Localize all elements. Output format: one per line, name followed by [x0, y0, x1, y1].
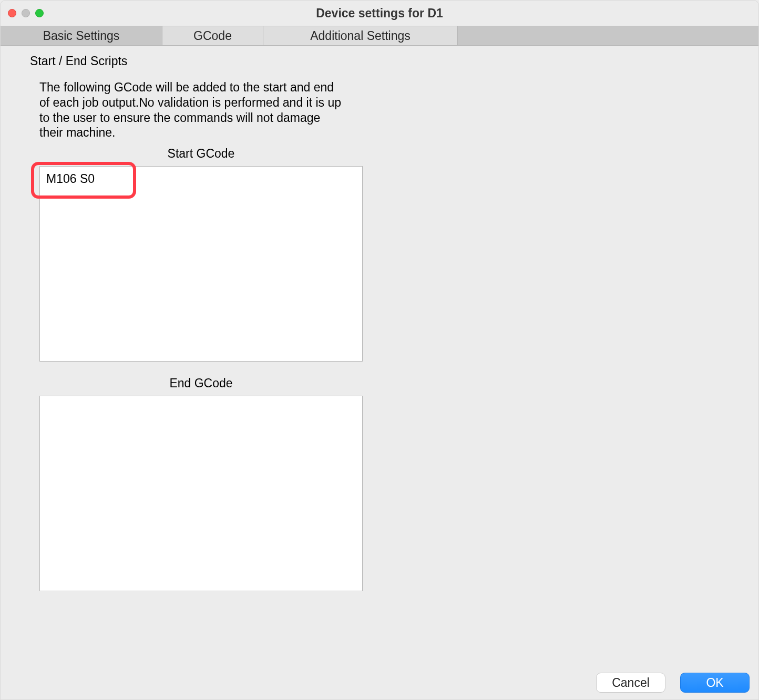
tab-basic-settings[interactable]: Basic Settings: [1, 26, 162, 45]
ok-button[interactable]: OK: [680, 673, 750, 693]
section-description: The following GCode will be added to the…: [39, 80, 344, 140]
window-title: Device settings for D1: [1, 6, 758, 20]
device-settings-window: Device settings for D1 Basic Settings GC…: [0, 0, 759, 700]
cancel-button[interactable]: Cancel: [596, 673, 665, 693]
tab-gcode[interactable]: GCode: [162, 26, 263, 45]
maximize-icon[interactable]: [35, 9, 44, 17]
window-controls: [8, 9, 44, 17]
minimize-icon[interactable]: [22, 9, 30, 17]
end-gcode-label: End GCode: [39, 376, 363, 390]
end-gcode-input[interactable]: [39, 396, 363, 591]
end-gcode-wrap: [39, 396, 363, 594]
start-gcode-label: Start GCode: [39, 147, 363, 161]
close-icon[interactable]: [8, 9, 16, 17]
tab-bar: Basic Settings GCode Additional Settings: [1, 26, 758, 46]
content-area: Start / End Scripts The following GCode …: [1, 46, 758, 699]
titlebar: Device settings for D1: [1, 1, 758, 26]
tab-filler: [458, 26, 758, 45]
start-gcode-wrap: [39, 166, 363, 365]
tab-additional-settings[interactable]: Additional Settings: [263, 26, 458, 45]
dialog-footer: Cancel OK: [596, 673, 750, 693]
start-gcode-input[interactable]: [39, 166, 363, 362]
section-heading: Start / End Scripts: [30, 54, 733, 68]
